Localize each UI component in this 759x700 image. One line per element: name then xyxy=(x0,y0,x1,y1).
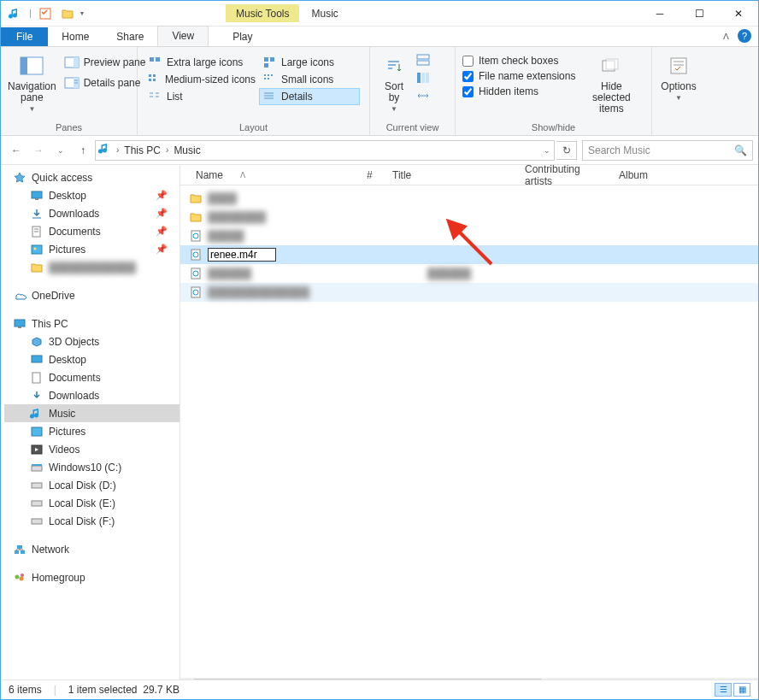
nav-network[interactable]: Network xyxy=(4,540,179,558)
tab-view[interactable]: View xyxy=(157,26,209,46)
nav-3d-objects[interactable]: 3D Objects xyxy=(4,332,179,350)
new-folder-icon[interactable] xyxy=(58,4,77,23)
minimize-button[interactable]: ─ xyxy=(640,1,680,26)
group-label-show-hide: Show/hide xyxy=(462,121,644,135)
group-by-icon[interactable] xyxy=(416,54,430,68)
nav-pc-downloads[interactable]: Downloads xyxy=(4,386,179,404)
nav-pc-music[interactable]: Music xyxy=(4,404,179,422)
col-album[interactable]: Album xyxy=(612,169,655,181)
audio-file-icon xyxy=(189,267,203,280)
thumbnail-view-toggle[interactable]: ▦ xyxy=(733,683,750,697)
back-button[interactable]: ← xyxy=(6,140,26,161)
svg-rect-14 xyxy=(149,74,151,77)
details-view-toggle[interactable]: ☰ xyxy=(715,683,732,697)
tab-file[interactable]: File xyxy=(1,27,48,46)
nav-qa-blurred[interactable]: ████████████ xyxy=(4,258,179,276)
size-columns-icon[interactable] xyxy=(416,90,430,104)
small-icons-button[interactable]: Small icons xyxy=(259,71,344,88)
large-icons-button[interactable]: Large icons xyxy=(259,54,344,71)
sort-by-button[interactable]: Sort by▼ xyxy=(377,50,411,115)
hide-selected-button[interactable]: Hide selected items xyxy=(580,50,642,116)
nav-pc-pictures[interactable]: Pictures xyxy=(4,422,179,440)
details-view-button[interactable]: Details xyxy=(259,88,360,105)
nav-homegroup[interactable]: Homegroup xyxy=(4,568,179,586)
nav-drive-c[interactable]: Windows10 (C:) xyxy=(4,458,179,476)
collapse-ribbon-icon[interactable]: ᐱ xyxy=(723,32,729,41)
details-pane-button[interactable]: Details pane xyxy=(62,74,150,91)
medium-icons-button[interactable]: Medium-sized icons xyxy=(144,71,254,88)
svg-rect-49 xyxy=(15,320,25,326)
ribbon-tabs: File Home Share View Play ᐱ ? xyxy=(1,26,758,47)
window-title: Music xyxy=(299,8,350,20)
music-location-icon xyxy=(99,143,111,157)
nav-this-pc[interactable]: This PC xyxy=(4,315,179,332)
details-icon xyxy=(262,90,276,103)
file-row[interactable]: ████████ xyxy=(180,208,758,226)
forward-button[interactable]: → xyxy=(28,140,49,161)
svg-rect-51 xyxy=(32,356,42,362)
nav-qa-desktop[interactable]: Desktop📌 xyxy=(4,186,179,204)
extra-large-icons-button[interactable]: Extra large icons xyxy=(144,54,254,71)
svg-rect-62 xyxy=(21,550,25,554)
breadcrumb-this-pc[interactable]: This PC xyxy=(124,144,161,156)
search-box[interactable]: Search Music 🔍 xyxy=(582,140,753,161)
refresh-button[interactable]: ↻ xyxy=(556,141,577,160)
svg-rect-53 xyxy=(32,427,42,436)
properties-icon[interactable] xyxy=(36,4,55,23)
nav-qa-documents[interactable]: Documents📌 xyxy=(4,222,179,240)
col-title[interactable]: Title xyxy=(385,169,518,181)
item-checkboxes-toggle[interactable]: Item check boxes xyxy=(462,54,575,68)
tab-home[interactable]: Home xyxy=(48,27,103,46)
nav-pc-documents[interactable]: Documents xyxy=(4,368,179,386)
group-label-current-view: Current view xyxy=(377,121,448,135)
breadcrumb-bar[interactable]: › This PC › Music ⌄ xyxy=(95,140,555,161)
svg-rect-19 xyxy=(268,74,269,76)
rename-input[interactable] xyxy=(208,248,276,262)
file-row[interactable]: ██████████████ xyxy=(180,283,758,302)
col-contrib[interactable]: Contributing artists xyxy=(518,163,612,187)
svg-rect-17 xyxy=(153,79,156,81)
preview-pane-button[interactable]: Preview pane xyxy=(62,54,150,71)
nav-onedrive[interactable]: OneDrive xyxy=(4,286,179,304)
help-icon[interactable]: ? xyxy=(738,29,751,43)
audio-file-icon xyxy=(189,229,203,243)
options-button[interactable]: Options▼ xyxy=(659,50,698,103)
add-columns-icon[interactable] xyxy=(416,72,430,86)
maximize-button[interactable]: ☐ xyxy=(680,1,719,26)
nav-drive-e[interactable]: Local Disk (E:) xyxy=(4,494,179,512)
nav-drive-f[interactable]: Local Disk (F:) xyxy=(4,512,179,530)
breadcrumb-music[interactable]: Music xyxy=(174,144,200,156)
file-extensions-toggle[interactable]: File name extensions xyxy=(462,69,575,83)
close-button[interactable]: ✕ xyxy=(719,1,758,26)
nav-quick-access[interactable]: Quick access xyxy=(4,168,179,186)
col-number[interactable]: # xyxy=(360,169,385,181)
up-button[interactable]: ↑ xyxy=(73,140,93,161)
hidden-items-toggle[interactable]: Hidden items xyxy=(462,85,575,98)
svg-rect-18 xyxy=(264,74,266,76)
column-headers[interactable]: Nameᐱ # Title Contributing artists Album xyxy=(180,165,758,185)
file-row[interactable]: █████ xyxy=(180,226,758,245)
sort-icon xyxy=(380,52,408,79)
nav-pc-videos[interactable]: Videos xyxy=(4,440,179,458)
address-dropdown-icon[interactable]: ⌄ xyxy=(544,146,550,155)
3d-objects-icon xyxy=(30,335,44,349)
pin-icon: 📌 xyxy=(156,208,168,219)
file-row[interactable]: ████████████ xyxy=(180,264,758,283)
recent-locations-button[interactable]: ⌄ xyxy=(50,140,71,161)
nav-qa-pictures[interactable]: Pictures📌 xyxy=(4,240,179,258)
nav-qa-downloads[interactable]: Downloads📌 xyxy=(4,204,179,222)
svg-rect-22 xyxy=(268,78,269,79)
file-row-renaming[interactable] xyxy=(180,245,758,264)
downloads-icon xyxy=(30,207,44,221)
list-button[interactable]: List xyxy=(144,88,254,105)
nav-drive-d[interactable]: Local Disk (D:) xyxy=(4,476,179,494)
file-row[interactable]: ████ xyxy=(180,189,758,208)
col-name[interactable]: Nameᐱ xyxy=(189,169,360,181)
context-tab-music-tools[interactable]: Music Tools xyxy=(226,4,299,22)
tab-share[interactable]: Share xyxy=(103,27,157,46)
svg-rect-50 xyxy=(18,326,21,328)
navigation-pane: Quick access Desktop📌 Downloads📌 Documen… xyxy=(1,165,180,691)
nav-pc-desktop[interactable]: Desktop xyxy=(4,350,179,368)
navigation-pane-button[interactable]: Navigation pane ▼ xyxy=(8,50,56,115)
tab-play[interactable]: Play xyxy=(219,27,266,46)
